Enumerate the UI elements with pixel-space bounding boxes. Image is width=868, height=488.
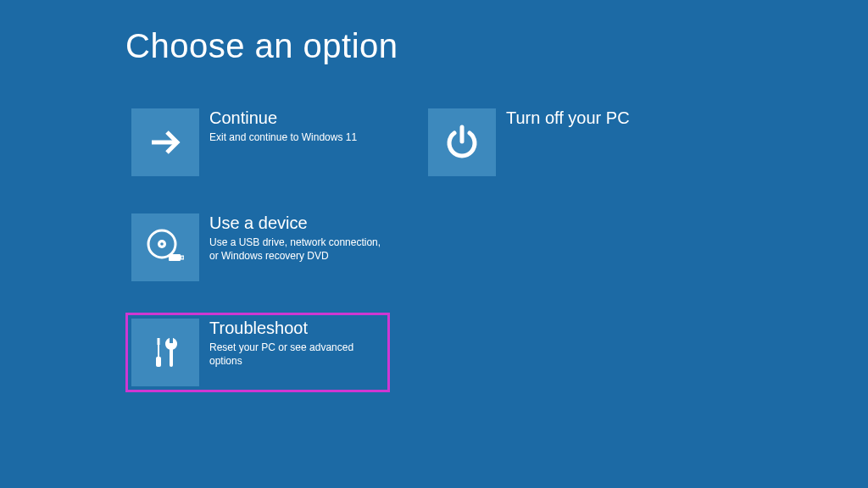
svg-rect-8	[158, 338, 160, 345]
tile-turn-off-text: Turn off your PC	[506, 108, 630, 130]
tile-use-device[interactable]: Use a device Use a USB drive, network co…	[125, 208, 390, 287]
tile-use-device-title: Use a device	[209, 214, 384, 232]
svg-point-3	[160, 242, 164, 246]
svg-rect-6	[181, 257, 182, 259]
tile-turn-off[interactable]: Turn off your PC	[422, 103, 687, 182]
tile-continue-title: Continue	[209, 108, 357, 127]
svg-rect-4	[169, 254, 181, 261]
svg-rect-9	[158, 345, 159, 357]
tile-grid: Continue Exit and continue to Windows 11	[125, 103, 687, 392]
tile-use-device-text: Use a device Use a USB drive, network co…	[209, 214, 384, 263]
tile-troubleshoot-title: Troubleshoot	[209, 319, 384, 337]
tile-troubleshoot[interactable]: Troubleshoot Reset your PC or see advanc…	[125, 313, 390, 392]
svg-rect-10	[156, 357, 161, 367]
tile-continue-desc: Exit and continue to Windows 11	[209, 130, 357, 144]
tile-turn-off-title: Turn off your PC	[506, 108, 630, 127]
tile-troubleshoot-text: Troubleshoot Reset your PC or see advanc…	[209, 319, 384, 368]
svg-rect-13	[170, 347, 173, 367]
tile-troubleshoot-desc: Reset your PC or see advanced options	[209, 341, 384, 368]
tile-continue-text: Continue Exit and continue to Windows 11	[209, 108, 357, 144]
disc-usb-icon	[131, 214, 199, 281]
tile-column-right: Turn off your PC	[422, 103, 687, 392]
page-title: Choose an option	[125, 27, 398, 65]
tile-column-left: Continue Exit and continue to Windows 11	[125, 103, 390, 392]
recovery-screen: Choose an option Continue Exit and conti…	[0, 0, 868, 488]
tools-icon	[131, 319, 199, 386]
svg-rect-12	[170, 337, 173, 343]
tile-continue[interactable]: Continue Exit and continue to Windows 11	[125, 103, 390, 182]
tile-use-device-desc: Use a USB drive, network connection, or …	[209, 236, 384, 263]
svg-rect-5	[181, 256, 184, 260]
svg-rect-7	[182, 257, 183, 259]
arrow-right-icon	[131, 108, 199, 176]
power-icon	[428, 108, 496, 176]
